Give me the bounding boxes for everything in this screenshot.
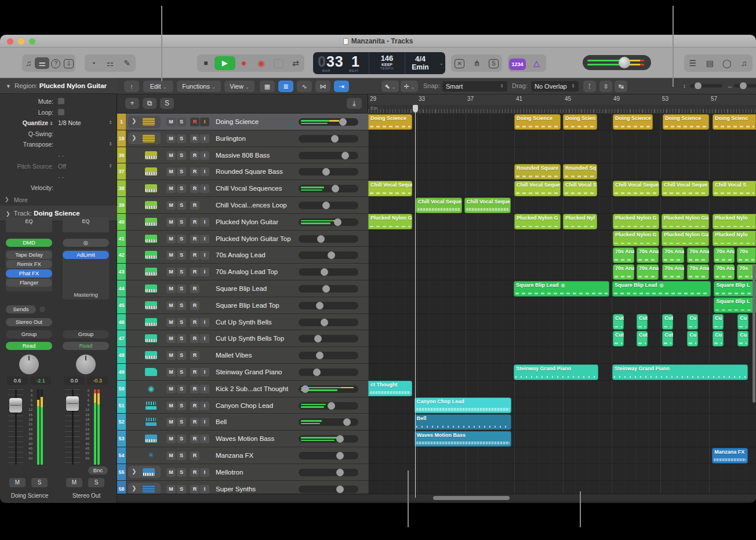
mute-button[interactable]: M [166, 301, 176, 310]
tuner-icon[interactable]: ⋔ [468, 59, 485, 68]
record-enable-button[interactable]: R [190, 284, 199, 293]
toolbar-icon[interactable]: ⇩ [63, 58, 75, 68]
record-enable-button[interactable]: R [190, 134, 199, 143]
eq-display[interactable]: EQ [6, 217, 52, 232]
cycle-button[interactable]: ◉ [253, 59, 270, 68]
region[interactable]: Cu [713, 331, 724, 346]
lcd-key-signature[interactable]: 4/4 Emin [405, 52, 435, 74]
track-volume-knob[interactable] [301, 385, 309, 393]
input-monitor-button[interactable]: I [200, 235, 209, 243]
list-view-button[interactable]: ≣ [278, 81, 293, 92]
output-button[interactable]: Stereo Out [6, 318, 52, 326]
region[interactable]: Plucked Nylon G [613, 231, 659, 246]
solo-button[interactable]: S [177, 201, 186, 210]
track-volume-slider[interactable] [299, 418, 358, 426]
region[interactable]: Canyon Chop Lead [415, 397, 511, 413]
track-header-row[interactable]: 1❯MSRIDoing Science [117, 114, 368, 130]
pan-knob[interactable] [76, 355, 96, 374]
record-enable-button[interactable]: R [190, 251, 199, 260]
input-monitor-button[interactable]: I [200, 184, 209, 193]
audio-fx-slot[interactable]: Flanger [6, 279, 52, 287]
track-header-row[interactable]: 43MSRI70s Analog Lead Top [117, 264, 368, 280]
region[interactable]: Steinway Grand Piano [612, 364, 748, 380]
record-enable-button[interactable]: R [190, 118, 199, 126]
solo-button[interactable]: S [177, 235, 186, 243]
group-button[interactable]: Group [63, 330, 109, 338]
track-volume-knob[interactable] [328, 251, 335, 259]
track-header-row[interactable]: 50◉MSRIKick 2 Sub...act Thought [117, 381, 368, 397]
track-lane[interactable] [368, 297, 756, 314]
region[interactable]: Plucked Nylon G [368, 214, 412, 229]
track-volume-slider[interactable] [299, 368, 358, 376]
record-enable-button[interactable]: R [190, 402, 199, 410]
audio-fx-slot[interactable]: Phat FX [6, 269, 52, 278]
vertical-auto-zoom-button[interactable]: ⇳ [599, 81, 612, 92]
parameter-checkbox[interactable] [58, 109, 64, 115]
track-lane[interactable] [368, 347, 756, 364]
region[interactable]: Cut [637, 314, 648, 330]
lcd-display[interactable]: 033 1 BAR BEAT 146 KEEP TEMPO 4/4 Emin ⌄ [313, 52, 445, 74]
track-volume-slider[interactable] [299, 235, 358, 243]
master-volume-knob[interactable] [619, 57, 630, 68]
track-volume-knob[interactable] [314, 335, 322, 342]
input-monitor-button[interactable]: I [200, 418, 209, 426]
input-monitor-button[interactable]: I [200, 134, 209, 143]
region[interactable]: 70s Ana [714, 264, 735, 280]
solo-icon[interactable]: S [485, 58, 502, 68]
region[interactable]: 70s Ana [637, 264, 659, 280]
playhead-handle[interactable] [413, 105, 418, 112]
region[interactable]: Plucked Nylon Gu [662, 231, 709, 246]
track-volume-slider[interactable] [299, 469, 358, 476]
input-monitor-button[interactable]: I [200, 435, 209, 443]
track-header-row[interactable]: 36MSRIMassive 808 Bass [117, 147, 368, 164]
track-volume-knob[interactable] [336, 469, 344, 476]
parameter-value[interactable]: - - [58, 173, 64, 180]
track-lane[interactable] [368, 447, 756, 464]
record-enable-button[interactable]: R [190, 351, 199, 360]
add-track-button[interactable]: + [125, 98, 139, 109]
track-volume-slider[interactable] [299, 352, 358, 359]
region[interactable]: Cu [737, 314, 748, 330]
track-volume-slider[interactable] [299, 152, 358, 159]
strip-solo-button[interactable]: S [31, 478, 48, 487]
bar-ruler[interactable]: 2933374145495357 Em [368, 94, 756, 114]
record-enable-button[interactable]: R [190, 418, 199, 426]
pointer-tool-menu[interactable]: ⬉ ⌄ [381, 81, 399, 92]
region[interactable]: Chill Vocal S [563, 181, 597, 196]
solo-button[interactable]: S [177, 251, 186, 260]
track-volume-slider[interactable] [299, 435, 358, 443]
bounce-button[interactable]: Bnc [88, 466, 108, 475]
note-pads-icon[interactable]: ▤ [702, 59, 719, 68]
disclosure-chevron-icon[interactable]: ❯ [132, 485, 136, 491]
track-volume-knob[interactable] [321, 268, 328, 276]
region[interactable]: Doing Science [368, 114, 412, 130]
inspector-icon[interactable]: ⚌ [35, 59, 49, 68]
track-volume-knob[interactable] [336, 486, 344, 493]
region[interactable]: Square Blip Lead◎ [612, 281, 711, 297]
eq-display[interactable]: EQ [63, 217, 109, 232]
track-lane[interactable] [368, 130, 756, 147]
input-monitor-button[interactable]: I [200, 167, 209, 176]
mute-button[interactable]: M [166, 351, 176, 360]
track-volume-slider[interactable] [299, 335, 358, 342]
lcd-tempo[interactable]: 146 KEEP TEMPO [369, 52, 405, 74]
region[interactable]: Rounded Sq [563, 164, 597, 180]
quick-help-icon[interactable]: ? [49, 58, 62, 68]
track-header-row[interactable]: 39MSRChill Vocal...ences Loop [117, 197, 368, 214]
editors-icon[interactable]: ✎ [119, 59, 136, 68]
disclosure-chevron-icon[interactable]: ❯ [132, 468, 136, 475]
track-header-row[interactable]: 53MSRIWaves Motion Bass [117, 430, 368, 447]
track-header-row[interactable]: 40MSRIPlucked Nylon Guitar [117, 214, 368, 231]
secondary-tool-menu[interactable]: ✛ ⌄ [401, 81, 418, 92]
track-volume-slider[interactable] [299, 218, 358, 226]
edit-menu[interactable]: Edit ⌄ [143, 81, 173, 92]
mute-button[interactable]: M [166, 418, 176, 426]
track-volume-knob[interactable] [316, 302, 324, 309]
record-enable-button[interactable]: R [190, 468, 199, 477]
track-volume-knob[interactable] [317, 235, 325, 243]
track-volume-slider[interactable] [299, 285, 358, 293]
audio-fx-slot[interactable]: AdLimit [63, 251, 109, 259]
region[interactable]: Chill Vocal Seque [368, 181, 412, 196]
record-enable-button[interactable]: R [190, 301, 199, 310]
region[interactable]: Doing Science [514, 114, 561, 130]
